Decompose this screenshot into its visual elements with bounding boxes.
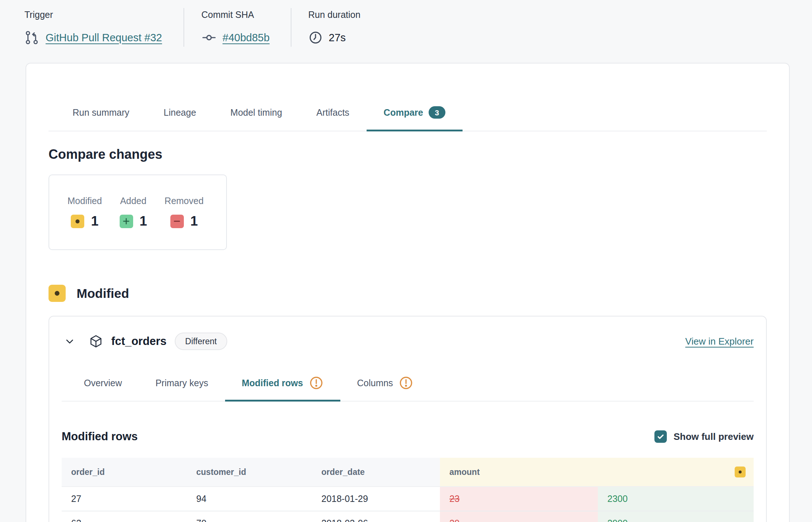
- compare-count-badge: 3: [429, 106, 445, 119]
- model-cube-icon: [89, 334, 103, 349]
- trigger-link[interactable]: GitHub Pull Request #32: [46, 32, 162, 44]
- tab-label: Compare: [384, 107, 423, 118]
- stat-value: 1: [91, 214, 98, 229]
- stat-label: Removed: [165, 196, 204, 206]
- stat-modified: Modified 1: [67, 196, 102, 229]
- run-detail-card: Run summary Lineage Model timing Artifac…: [26, 63, 790, 522]
- tab-label: Modified rows: [242, 378, 303, 388]
- header-divider: [183, 8, 184, 47]
- commit-sha-link[interactable]: #40bd85b: [223, 32, 270, 44]
- tab-primary-keys[interactable]: Primary keys: [139, 371, 225, 402]
- show-full-preview-label[interactable]: Show full preview: [673, 431, 754, 442]
- change-summary-card: Modified 1 Added 1 Removed 1: [49, 174, 227, 250]
- stat-label: Added: [120, 196, 147, 206]
- status-badge: Different: [175, 333, 228, 350]
- clock-icon: [308, 30, 323, 45]
- removed-icon: [170, 215, 184, 228]
- run-duration-label: Run duration: [308, 9, 360, 20]
- modified-section-header: Modified: [49, 285, 767, 302]
- added-value: 2300: [607, 494, 628, 504]
- column-header-order-id: order_id: [62, 458, 187, 487]
- commit-group: Commit SHA #40bd85b: [201, 9, 270, 46]
- duration-group: Run duration 27s: [308, 9, 360, 46]
- column-header-order-date: order_date: [312, 458, 440, 487]
- model-tabs: Overview Primary keys Modified rows Colu…: [62, 371, 754, 402]
- added-icon: [120, 215, 133, 228]
- warning-circle-icon: [399, 376, 413, 390]
- stat-label: Modified: [67, 196, 102, 206]
- tab-label: Model timing: [231, 107, 282, 118]
- run-tabs: Run summary Lineage Model timing Artifac…: [49, 93, 767, 131]
- tab-lineage[interactable]: Lineage: [147, 93, 213, 131]
- tab-label: Lineage: [164, 107, 196, 118]
- cell-order-date: 2018-03-06: [312, 511, 440, 522]
- tab-columns[interactable]: Columns: [340, 371, 430, 402]
- cell-customer-id: 94: [187, 487, 312, 511]
- git-commit-icon: [201, 30, 217, 45]
- tab-run-summary[interactable]: Run summary: [55, 93, 147, 131]
- modified-rows-title: Modified rows: [62, 430, 138, 443]
- tab-label: Columns: [357, 378, 393, 388]
- cell-amount-new: 2300: [598, 487, 754, 511]
- column-header-label: amount: [449, 467, 480, 477]
- git-pull-request-icon: [24, 30, 40, 45]
- tab-label: Run summary: [73, 107, 129, 118]
- modified-column-indicator-icon: [735, 467, 746, 477]
- modified-icon: [49, 285, 66, 302]
- tab-overview[interactable]: Overview: [67, 371, 139, 402]
- compare-changes-title: Compare changes: [49, 147, 767, 162]
- cell-amount-old: 29: [440, 511, 598, 522]
- tab-model-timing[interactable]: Model timing: [213, 93, 299, 131]
- commit-sha-label: Commit SHA: [201, 9, 270, 20]
- tab-label: Primary keys: [155, 378, 208, 388]
- warning-circle-icon: [309, 376, 324, 390]
- removed-value: 29: [449, 518, 460, 522]
- added-value: 2900: [607, 518, 628, 522]
- stat-removed: Removed 1: [165, 196, 204, 229]
- cell-amount-new: 2900: [598, 511, 754, 522]
- checkbox-checked-icon[interactable]: [654, 430, 667, 443]
- removed-value: 23: [449, 494, 460, 504]
- stat-value: 1: [190, 214, 198, 229]
- modified-section-title: Modified: [77, 286, 129, 301]
- model-card-fct-orders: fct_orders Different View in Explorer Ov…: [49, 316, 767, 522]
- column-header-amount: amount: [440, 458, 754, 487]
- cell-customer-id: 70: [187, 511, 312, 522]
- model-name: fct_orders: [111, 335, 167, 348]
- trigger-group: Trigger GitHub Pull Request #32: [24, 9, 162, 46]
- column-header-customer-id: customer_id: [187, 458, 312, 487]
- tab-label: Overview: [84, 378, 122, 388]
- cell-order-id: 27: [62, 487, 187, 511]
- modified-rows-header: Modified rows Show full preview: [62, 430, 754, 443]
- modified-icon: [71, 215, 84, 228]
- header-divider: [291, 8, 291, 47]
- trigger-label: Trigger: [24, 9, 162, 20]
- tab-modified-rows[interactable]: Modified rows: [225, 371, 340, 402]
- model-card-header: fct_orders Different View in Explorer: [62, 333, 754, 350]
- run-duration-value: 27s: [329, 32, 346, 44]
- run-meta-header: Trigger GitHub Pull Request #32 Commit S…: [0, 0, 812, 63]
- view-in-explorer-link[interactable]: View in Explorer: [685, 336, 754, 347]
- tab-compare[interactable]: Compare 3: [367, 93, 463, 131]
- modified-rows-table: order_id customer_id order_date amount 2…: [62, 458, 754, 522]
- cell-order-id: 63: [62, 511, 187, 522]
- stat-added: Added 1: [120, 196, 147, 229]
- collapse-chevron-down-icon[interactable]: [64, 335, 76, 347]
- cell-amount-old: 23: [440, 487, 598, 511]
- tab-artifacts[interactable]: Artifacts: [299, 93, 366, 131]
- cell-order-date: 2018-01-29: [312, 487, 440, 511]
- tab-label: Artifacts: [316, 107, 349, 118]
- stat-value: 1: [140, 214, 147, 229]
- show-full-preview-toggle[interactable]: Show full preview: [654, 430, 754, 443]
